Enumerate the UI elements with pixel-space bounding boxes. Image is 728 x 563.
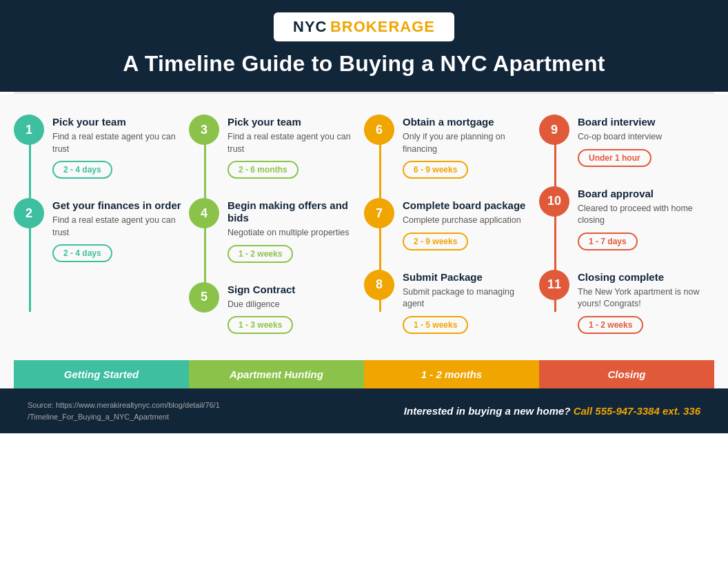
step-title: Get your finances in order — [52, 199, 182, 212]
timeline-step: 4Begin making offers and bidsNegotiate o… — [189, 198, 357, 263]
step-circle-11: 11 — [539, 270, 569, 300]
timeline-step: 1Pick your teamFind a real estate agent … — [14, 115, 182, 179]
timeline-columns: 1Pick your teamFind a real estate agent … — [14, 115, 714, 353]
step-title: Sign Contract — [228, 284, 357, 296]
category-footers: Getting StartedApartment Hunting1 - 2 mo… — [14, 360, 714, 388]
step-content: Begin making offers and bidsNegotiate on… — [228, 198, 357, 263]
category-footer-col3: 1 - 2 months — [364, 360, 539, 388]
step-title: Board approval — [578, 188, 707, 200]
step-content: Submit PackageSubmit package to managing… — [403, 270, 532, 334]
timeline-step: 6Obtain a mortgageOnly if you are planni… — [364, 115, 532, 179]
time-badge: 2 - 4 days — [52, 161, 112, 179]
timeline-step: 8Submit PackageSubmit package to managin… — [364, 270, 532, 334]
step-circle-2: 2 — [14, 198, 44, 228]
cta-static: Interested in buying a new home? — [404, 405, 571, 417]
step-desc: Negotiate on multiple properties — [228, 227, 357, 239]
cta-phone: Call 555-947-3384 ext. 336 — [574, 405, 700, 417]
header: NYC BROKERAGE A Timeline Guide to Buying… — [0, 0, 728, 92]
timeline-step: 3Pick your teamFind a real estate agent … — [189, 115, 357, 179]
time-badge: 2 - 6 months — [228, 161, 299, 179]
step-content: Get your finances in orderFind a real es… — [52, 198, 182, 262]
time-badge: Under 1 hour — [578, 149, 651, 167]
column-col2: 3Pick your teamFind a real estate agent … — [189, 115, 364, 353]
category-footer-col2: Apartment Hunting — [189, 360, 364, 388]
step-circle-4: 4 — [189, 198, 219, 228]
step-desc: Find a real estate agent you can trust — [228, 131, 357, 155]
timeline-step: 9Board interviewCo-op board interviewUnd… — [539, 115, 707, 167]
step-title: Obtain a mortgage — [403, 116, 532, 128]
timeline-step: 11Closing completeThe New York apartment… — [539, 270, 707, 334]
time-badge: 1 - 2 weeks — [578, 316, 643, 334]
logo-nyc: NYC — [293, 18, 327, 35]
step-desc: Cleared to proceed with home closing — [578, 203, 707, 227]
step-circle-1: 1 — [14, 115, 44, 145]
step-title: Complete board package — [403, 199, 532, 212]
category-footer-col4: Closing — [539, 360, 714, 388]
page-title: A Timeline Guide to Buying a NYC Apartme… — [28, 51, 700, 77]
timeline-step: 7Complete board packageComplete purchase… — [364, 198, 532, 250]
step-content: Pick your teamFind a real estate agent y… — [52, 115, 182, 179]
step-desc: Complete purchase application — [403, 215, 532, 227]
source-text: Source: https://www.merakirealtynyc.com/… — [28, 399, 220, 422]
step-title: Board interview — [578, 116, 707, 128]
time-badge: 1 - 2 weeks — [228, 245, 293, 263]
content-area: 1Pick your teamFind a real estate agent … — [0, 94, 728, 388]
step-desc: Co-op board interview — [578, 131, 707, 144]
step-circle-9: 9 — [539, 115, 569, 145]
step-content: Sign ContractDue diligence1 - 3 weeks — [228, 282, 357, 335]
step-circle-8: 8 — [364, 270, 394, 300]
step-content: Board interviewCo-op board interviewUnde… — [578, 115, 707, 167]
step-content: Complete board packageComplete purchase … — [403, 198, 532, 250]
timeline-step: 10Board approvalCleared to proceed with … — [539, 186, 707, 250]
step-content: Pick your teamFind a real estate agent y… — [228, 115, 357, 179]
column-col1: 1Pick your teamFind a real estate agent … — [14, 115, 189, 353]
step-circle-7: 7 — [364, 198, 394, 228]
time-badge: 1 - 3 weeks — [228, 316, 293, 334]
bottom-bar: Source: https://www.merakirealtynyc.com/… — [0, 388, 728, 433]
step-content: Closing completeThe New York apartment i… — [578, 270, 707, 334]
logo-brokerage: BROKERAGE — [330, 18, 435, 35]
step-title: Pick your team — [228, 116, 357, 128]
step-title: Closing complete — [578, 271, 707, 284]
time-badge: 1 - 7 days — [578, 233, 638, 250]
cta-text: Interested in buying a new home? Call 55… — [404, 405, 700, 417]
column-col4: 9Board interviewCo-op board interviewUnd… — [539, 115, 714, 353]
step-circle-3: 3 — [189, 115, 219, 145]
time-badge: 2 - 4 days — [52, 244, 112, 262]
step-circle-6: 6 — [364, 115, 394, 145]
logo-badge: NYC BROKERAGE — [274, 12, 454, 41]
step-content: Obtain a mortgageOnly if you are plannin… — [403, 115, 532, 179]
step-desc: Find a real estate agent you can trust — [52, 131, 182, 155]
timeline-step: 5Sign ContractDue diligence1 - 3 weeks — [189, 282, 357, 335]
step-title: Submit Package — [403, 271, 532, 284]
time-badge: 1 - 5 weeks — [403, 316, 468, 334]
category-footer-col1: Getting Started — [14, 360, 189, 388]
step-content: Board approvalCleared to proceed with ho… — [578, 186, 707, 250]
time-badge: 6 - 9 weeks — [403, 161, 468, 179]
step-circle-5: 5 — [189, 282, 219, 313]
step-title: Pick your team — [52, 116, 182, 128]
column-col3: 6Obtain a mortgageOnly if you are planni… — [364, 115, 539, 353]
step-desc: Only if you are planning on financing — [403, 131, 532, 155]
step-circle-10: 10 — [539, 186, 569, 217]
timeline-step: 2Get your finances in orderFind a real e… — [14, 198, 182, 262]
step-desc: Submit package to managing agent — [403, 286, 532, 310]
step-title: Begin making offers and bids — [228, 199, 357, 224]
step-desc: The New York apartment is now yours! Con… — [578, 286, 707, 310]
time-badge: 2 - 9 weeks — [403, 233, 468, 250]
step-desc: Find a real estate agent you can trust — [52, 215, 182, 239]
step-desc: Due diligence — [228, 299, 357, 311]
